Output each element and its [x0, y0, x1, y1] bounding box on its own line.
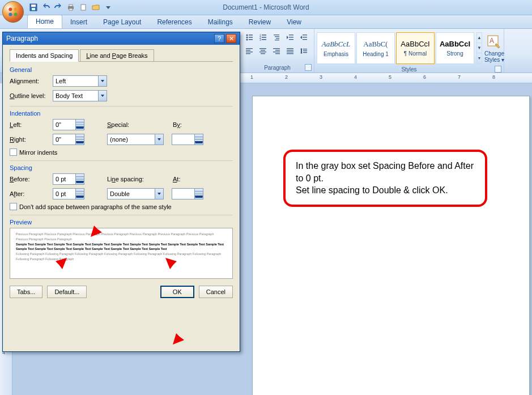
spin-up-icon[interactable]: [194, 134, 203, 139]
numbering-icon[interactable]: 123: [257, 31, 269, 44]
linespacing-combo[interactable]: [107, 188, 164, 199]
alignment-input[interactable]: [53, 75, 98, 87]
qat-more-icon[interactable]: [103, 2, 113, 12]
svg-rect-32: [303, 39, 307, 40]
justify-icon[interactable]: [284, 45, 296, 57]
qat-save-icon[interactable]: [28, 2, 39, 12]
styles-launcher-icon[interactable]: [495, 66, 501, 73]
special-drop-icon[interactable]: [155, 134, 164, 145]
paragraph-launcher-icon[interactable]: [305, 64, 312, 71]
gallery-more-icon[interactable]: ▾: [477, 53, 482, 63]
dialog-close-icon[interactable]: ✕: [226, 34, 236, 43]
svg-rect-42: [275, 50, 280, 50]
indent-left-input[interactable]: [53, 119, 75, 130]
before-input[interactable]: [53, 173, 75, 185]
qat-undo-icon[interactable]: [41, 2, 51, 12]
by-spinner[interactable]: [172, 134, 203, 145]
bullets-icon[interactable]: [243, 31, 256, 44]
default-button[interactable]: Default...: [47, 286, 87, 298]
linespacing-input[interactable]: [107, 188, 155, 199]
style-item-emphasis[interactable]: AaBbCcLEmphasis: [317, 32, 355, 64]
spin-up-icon[interactable]: [75, 134, 84, 139]
paragraph-dialog: Paragraph ? ✕ Indents and Spacing Line a…: [2, 32, 240, 352]
arrow-after-icon: [40, 258, 68, 286]
tab-mailings[interactable]: Mailings: [200, 16, 241, 28]
svg-rect-8: [69, 5, 73, 6]
multilevel-list-icon[interactable]: [270, 31, 283, 44]
svg-rect-48: [287, 53, 293, 54]
style-gallery: AaBbCcLEmphasisAaBbC(Heading 1AaBbCcI¶ N…: [316, 30, 475, 66]
spin-down-icon[interactable]: [75, 194, 84, 200]
svg-rect-39: [259, 52, 266, 52]
at-input[interactable]: [172, 188, 194, 199]
qat-open-icon[interactable]: [91, 2, 101, 12]
document-page[interactable]: [252, 96, 530, 395]
svg-rect-51: [303, 52, 307, 53]
gallery-up-icon[interactable]: ▲: [477, 33, 482, 43]
svg-rect-30: [303, 35, 307, 35]
office-button[interactable]: [2, 1, 24, 23]
spin-down-icon[interactable]: [194, 139, 203, 146]
outline-combo[interactable]: [53, 90, 107, 101]
svg-rect-16: [249, 39, 253, 40]
align-right-icon[interactable]: [270, 45, 283, 57]
style-item-strong[interactable]: AaBbCcIStrong: [436, 32, 474, 64]
svg-rect-37: [259, 48, 266, 49]
spin-down-icon[interactable]: [194, 194, 203, 200]
qat-redo-icon[interactable]: [53, 2, 63, 12]
before-label: Before:: [10, 176, 53, 182]
svg-rect-41: [273, 48, 280, 49]
cancel-button[interactable]: Cancel: [199, 286, 233, 298]
outline-drop-icon[interactable]: [98, 90, 107, 101]
svg-rect-26: [275, 40, 279, 40]
increase-indent-icon[interactable]: [297, 31, 310, 44]
indent-left-spinner[interactable]: [53, 119, 84, 130]
alignment-drop-icon[interactable]: [98, 75, 107, 87]
tab-view[interactable]: View: [279, 16, 309, 28]
no-space-checkbox[interactable]: Don't add space between paragraphs of th…: [10, 203, 233, 210]
style-item-heading-1[interactable]: AaBbC(Heading 1: [356, 32, 395, 64]
spin-up-icon[interactable]: [75, 188, 84, 194]
indent-right-input[interactable]: [53, 134, 75, 145]
change-styles-button[interactable]: A Change Styles ▾: [483, 30, 505, 66]
title-bar: Document1 - Microsoft Word: [0, 0, 532, 15]
tab-references[interactable]: References: [149, 16, 199, 28]
spin-down-icon[interactable]: [75, 125, 84, 131]
mirror-indents-checkbox[interactable]: Mirror indents: [10, 148, 233, 156]
dialog-help-icon[interactable]: ?: [214, 34, 224, 43]
dialog-tab-breaks[interactable]: Line and Page Breaks: [80, 49, 154, 62]
outline-input[interactable]: [53, 90, 98, 101]
tab-insert[interactable]: Insert: [62, 16, 95, 28]
spin-up-icon[interactable]: [75, 173, 84, 179]
style-item--normal[interactable]: AaBbCcI¶ Normal: [396, 32, 435, 64]
tab-home[interactable]: Home: [27, 15, 62, 28]
special-input[interactable]: [107, 134, 155, 145]
dialog-tab-indents[interactable]: Indents and Spacing: [10, 49, 79, 62]
before-spinner[interactable]: [53, 173, 84, 185]
indent-right-spinner[interactable]: [53, 134, 84, 145]
gallery-down-icon[interactable]: ▼: [477, 43, 482, 53]
line-spacing-icon[interactable]: [297, 45, 310, 57]
special-combo[interactable]: [107, 134, 164, 145]
after-input[interactable]: [53, 188, 75, 199]
spin-down-icon[interactable]: [75, 179, 84, 185]
spin-down-icon[interactable]: [75, 139, 84, 146]
linespacing-drop-icon[interactable]: [155, 188, 164, 199]
after-spinner[interactable]: [53, 188, 84, 199]
align-center-icon[interactable]: [257, 45, 269, 57]
decrease-indent-icon[interactable]: [284, 31, 296, 44]
spin-up-icon[interactable]: [75, 119, 84, 125]
ok-button[interactable]: OK: [160, 286, 194, 298]
svg-rect-28: [289, 37, 293, 37]
dialog-title-bar[interactable]: Paragraph ? ✕: [3, 32, 240, 45]
tabs-button[interactable]: Tabs...: [10, 286, 42, 298]
by-input[interactable]: [172, 134, 194, 145]
qat-new-icon[interactable]: [78, 2, 88, 12]
tab-review[interactable]: Review: [241, 16, 279, 28]
alignment-combo[interactable]: [53, 75, 107, 87]
align-left-icon[interactable]: [243, 45, 256, 57]
qat-print-icon[interactable]: [66, 2, 76, 12]
at-spinner[interactable]: [172, 188, 203, 199]
spin-up-icon[interactable]: [194, 188, 203, 194]
tab-page-layout[interactable]: Page Layout: [95, 16, 149, 28]
